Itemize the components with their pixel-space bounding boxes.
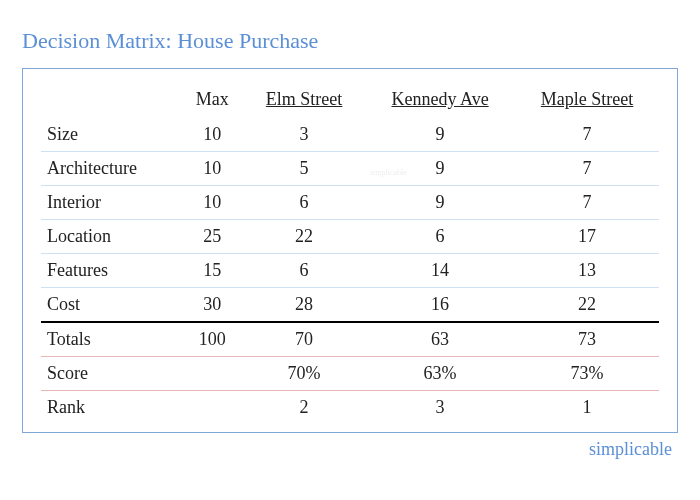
header-row: Max Elm Street Kennedy Ave Maple Street [41, 85, 659, 118]
rank-label: Rank [41, 391, 181, 425]
cell-value: 9 [365, 186, 515, 220]
cell-value: 3 [243, 118, 365, 152]
cell-max: 10 [181, 118, 243, 152]
cell-value: 7 [515, 152, 659, 186]
cell-value: 73% [515, 357, 659, 391]
decision-matrix-table: Max Elm Street Kennedy Ave Maple Street … [41, 85, 659, 424]
table-row: Size 10 3 9 7 [41, 118, 659, 152]
cell-max: 30 [181, 288, 243, 323]
matrix-frame: Max Elm Street Kennedy Ave Maple Street … [22, 68, 678, 433]
cell-max [181, 391, 243, 425]
table-row: Cost 30 28 16 22 [41, 288, 659, 323]
cell-max: 15 [181, 254, 243, 288]
cell-value: 73 [515, 322, 659, 357]
totals-row: Totals 100 70 63 73 [41, 322, 659, 357]
cell-value: 14 [365, 254, 515, 288]
cell-value: 63% [365, 357, 515, 391]
criterion-label: Features [41, 254, 181, 288]
cell-value: 22 [515, 288, 659, 323]
cell-max: 100 [181, 322, 243, 357]
cell-value: 28 [243, 288, 365, 323]
cell-value: 17 [515, 220, 659, 254]
cell-value: 9 [365, 152, 515, 186]
score-row: Score 70% 63% 73% [41, 357, 659, 391]
cell-value: 70 [243, 322, 365, 357]
col-option-2: Maple Street [515, 85, 659, 118]
cell-value: 6 [243, 186, 365, 220]
cell-value: 2 [243, 391, 365, 425]
rank-row: Rank 2 3 1 [41, 391, 659, 425]
col-max: Max [181, 85, 243, 118]
cell-value: 3 [365, 391, 515, 425]
cell-value: 9 [365, 118, 515, 152]
cell-value: 6 [243, 254, 365, 288]
cell-value: 22 [243, 220, 365, 254]
cell-max: 25 [181, 220, 243, 254]
cell-value: 7 [515, 118, 659, 152]
totals-label: Totals [41, 322, 181, 357]
criterion-label: Architecture [41, 152, 181, 186]
criterion-label: Location [41, 220, 181, 254]
score-label: Score [41, 357, 181, 391]
cell-max: 10 [181, 152, 243, 186]
criterion-label: Cost [41, 288, 181, 323]
attribution: simplicable [0, 433, 700, 460]
col-option-1: Kennedy Ave [365, 85, 515, 118]
cell-value: 7 [515, 186, 659, 220]
cell-value: 70% [243, 357, 365, 391]
cell-value: 16 [365, 288, 515, 323]
cell-max: 10 [181, 186, 243, 220]
table-row: Features 15 6 14 13 [41, 254, 659, 288]
cell-value: 5 [243, 152, 365, 186]
cell-max [181, 357, 243, 391]
col-option-0: Elm Street [243, 85, 365, 118]
criterion-label: Size [41, 118, 181, 152]
cell-value: 6 [365, 220, 515, 254]
criterion-label: Interior [41, 186, 181, 220]
cell-value: 63 [365, 322, 515, 357]
cell-value: 13 [515, 254, 659, 288]
page-title: Decision Matrix: House Purchase [0, 0, 700, 68]
table-row: Architecture 10 5 9 7 [41, 152, 659, 186]
cell-value: 1 [515, 391, 659, 425]
table-row: Interior 10 6 9 7 [41, 186, 659, 220]
table-row: Location 25 22 6 17 [41, 220, 659, 254]
